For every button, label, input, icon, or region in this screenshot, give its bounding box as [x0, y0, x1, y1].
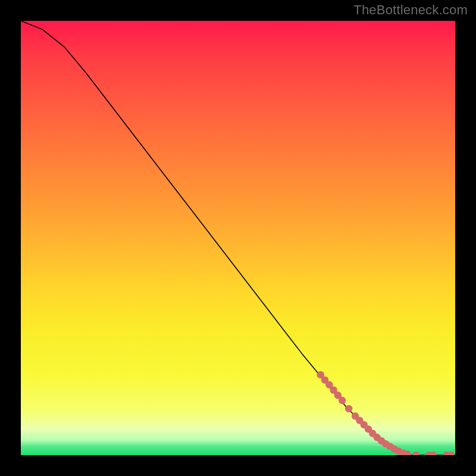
data-point [412, 452, 419, 455]
chart-overlay [21, 21, 455, 455]
data-point [339, 397, 346, 404]
chart-frame: TheBottleneck.com [0, 0, 476, 476]
data-point [345, 405, 352, 412]
bottleneck-curve [21, 21, 455, 455]
markers-group [317, 371, 455, 455]
watermark-text: TheBottleneck.com [353, 2, 468, 18]
plot-area [21, 21, 455, 455]
